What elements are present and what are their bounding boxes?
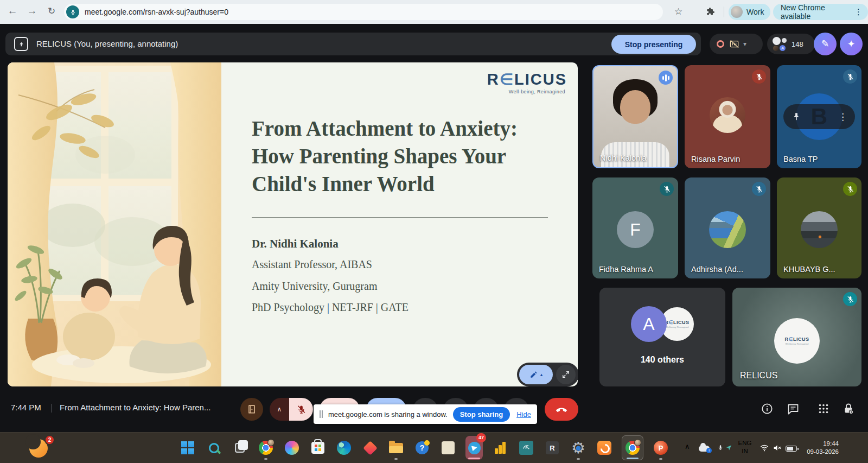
mic-off-icon (752, 182, 766, 196)
update-label: New Chrome available (781, 3, 849, 21)
settings-app-icon[interactable]: ⚙ (570, 435, 587, 460)
search-button[interactable] (205, 435, 222, 460)
meet-stage: RELICUS (You, presenting, annotating) St… (0, 24, 868, 432)
participants-pill[interactable]: A 148 (767, 34, 815, 54)
share-message: meet.google.com is sharing a window. (328, 410, 448, 418)
location-in-use-icon (725, 444, 732, 451)
browser-menu-icon[interactable]: ⋮ (852, 7, 865, 17)
presenting-banner: RELICUS (You, presenting, annotating) (5, 33, 701, 55)
chrome-update-button[interactable]: New Chrome available ⋮ (773, 4, 868, 20)
participant-tile-nidhi[interactable]: Nidhi Kalonia (592, 65, 678, 168)
avatar: A (631, 306, 667, 342)
chrome-app-icon[interactable] (257, 435, 275, 460)
privacy-tray-icons (717, 443, 732, 452)
address-bar[interactable]: meet.google.com/rsn-avxk-suj?authuser=0 (64, 4, 663, 20)
speaking-indicator-icon (659, 71, 673, 85)
stop-sharing-button[interactable]: Stop sharing (453, 407, 510, 422)
get-help-app-icon[interactable]: ? (413, 435, 431, 460)
meeting-details-button[interactable] (761, 402, 774, 415)
activities-button[interactable] (817, 402, 830, 415)
mic-off-icon (752, 69, 766, 84)
tray-expand-chevron[interactable]: ∧ (685, 442, 690, 451)
others-count: 140 others (599, 355, 725, 365)
powerpoint-app-icon[interactable]: P (652, 435, 669, 460)
meeting-clock: 7:44 PM (11, 403, 41, 412)
participant-tile-risana[interactable]: Risana Parvin (685, 65, 770, 168)
participant-tile-basna[interactable]: B ⋮ Basna TP (777, 65, 861, 168)
r-app-icon[interactable]: R (544, 435, 561, 460)
mic-permission-icon[interactable] (66, 5, 79, 18)
bookmark-star-icon[interactable]: ☆ (674, 6, 682, 17)
profile-chip[interactable]: Work (729, 4, 770, 20)
slide-illustration (8, 62, 221, 386)
slide-divider (252, 217, 548, 218)
battery-icon[interactable] (786, 446, 797, 452)
system-clock[interactable]: 19:4409-03-2026 (797, 440, 839, 456)
presenter-university: Amity University, Gurugram (252, 280, 377, 293)
reload-button[interactable]: ↻ (44, 5, 59, 17)
forward-button[interactable]: → (25, 5, 39, 17)
start-button[interactable] (179, 435, 196, 460)
vpn-app-icon[interactable] (596, 435, 613, 460)
participant-tile-khubayb[interactable]: KHUBAYB G... (777, 177, 861, 278)
toolbar-divider (724, 7, 724, 17)
annotation-pen-button[interactable]: ▴ (519, 365, 553, 384)
participant-avatars-icon: A (773, 37, 787, 51)
url-text: meet.google.com/rsn-avxk-suj?authuser=0 (85, 4, 228, 20)
screen: ← → ↻ meet.google.com/rsn-avxk-suj?authu… (0, 0, 868, 463)
telegram-app-icon[interactable]: 47 (465, 435, 483, 460)
avatar (709, 211, 746, 248)
mic-off-icon[interactable] (289, 398, 313, 421)
back-button[interactable]: ← (5, 5, 20, 17)
task-view-button[interactable] (231, 435, 248, 460)
recording-layout-pill[interactable]: ▾ (710, 34, 763, 54)
mic-button[interactable]: ∧ (270, 398, 313, 421)
powerbi-app-icon[interactable] (492, 435, 509, 460)
store-app-icon[interactable] (309, 435, 327, 460)
fullscreen-button[interactable] (556, 365, 576, 384)
participant-name: KHUBAYB G... (783, 265, 835, 274)
chrome-active-app-icon[interactable] (622, 435, 643, 460)
edge-app-icon[interactable] (335, 435, 353, 460)
relicus-logo: R∈LICUS Well-being, Reimagined (487, 70, 567, 94)
mic-options-chevron[interactable]: ∧ (270, 398, 289, 421)
chat-button[interactable] (787, 402, 800, 415)
participant-name: Risana Parvin (691, 155, 740, 163)
participant-tile-fidha[interactable]: F Fidha Rahma A (592, 177, 678, 278)
diamond-app-icon[interactable] (361, 435, 379, 460)
pin-icon[interactable] (792, 112, 801, 122)
end-call-button[interactable] (545, 398, 578, 421)
layout-off-icon (729, 39, 739, 49)
participant-tile-adhirsha[interactable]: Adhirsha (Ad... (685, 177, 770, 278)
notes-app-icon[interactable] (439, 435, 457, 460)
browser-toolbar: ← → ↻ meet.google.com/rsn-avxk-suj?authu… (0, 0, 868, 24)
quran-app-icon[interactable] (518, 435, 535, 460)
language-indicator[interactable]: ENGIN (736, 439, 754, 455)
weather-tray-icon[interactable] (699, 446, 710, 452)
extensions-icon[interactable] (705, 7, 716, 17)
participant-name: Adhirsha (Ad... (691, 265, 743, 274)
annotate-button[interactable]: ✎ (814, 33, 837, 55)
avatar: R∈LICUS Well-being, Reimagined (774, 318, 820, 364)
hide-banner-link[interactable]: Hide (516, 410, 531, 418)
stop-presenting-button[interactable]: Stop presenting (611, 35, 696, 54)
gemini-button[interactable]: ✦ (840, 33, 863, 55)
drag-handle[interactable] (320, 410, 323, 418)
participant-name: Fidha Rahma A (599, 265, 653, 274)
chevron-down-icon[interactable]: ▾ (743, 40, 746, 48)
file-explorer-icon[interactable] (387, 435, 405, 460)
avatar (731, 6, 743, 18)
more-options-icon[interactable]: ⋮ (838, 111, 847, 123)
slide-title: From Attachment to Anxiety: How Parentin… (252, 115, 561, 198)
mic-off-icon (843, 69, 857, 84)
overflow-participants-tile[interactable]: A R∈LICUS Well-being, Reimagined 140 oth… (599, 288, 725, 386)
leave-room-button[interactable] (240, 398, 263, 421)
volume-muted-icon[interactable] (773, 443, 782, 453)
participant-tile-relicus[interactable]: R∈LICUS Well-being, Reimagined RELICUS (732, 288, 861, 386)
windows-taskbar: 2 ? 47 R ⚙ P ∧ (0, 432, 868, 463)
present-icon (14, 37, 28, 51)
wifi-icon[interactable] (760, 443, 769, 453)
copilot-app-icon[interactable] (283, 435, 301, 460)
avatar (710, 97, 745, 133)
host-controls-button[interactable] (842, 402, 855, 415)
